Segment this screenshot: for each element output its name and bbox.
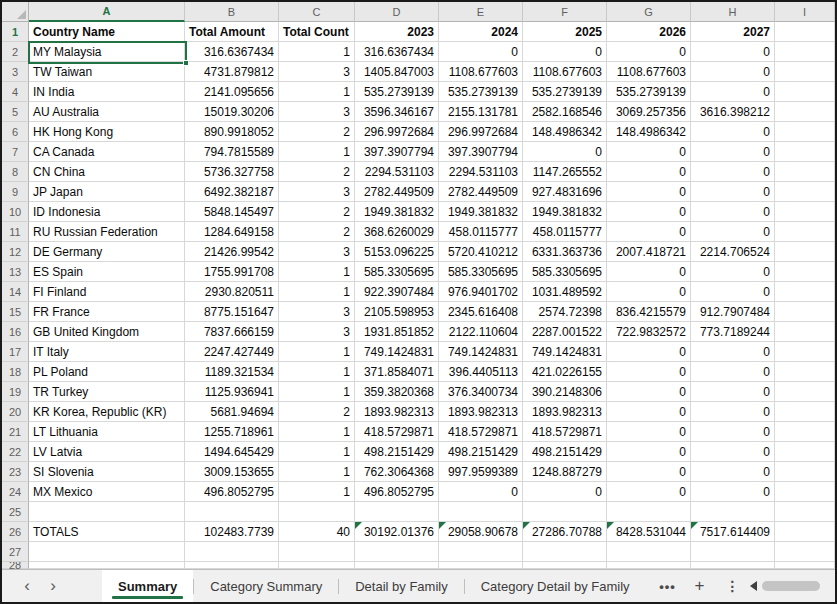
cell-E6[interactable]: 296.9972684 (439, 122, 523, 142)
sheet-nav-right-icon[interactable]: › (40, 571, 66, 601)
cell-D5[interactable]: 3596.346167 (355, 102, 439, 122)
cell-A11[interactable]: RU Russian Federation (29, 222, 185, 242)
cell-G28[interactable] (607, 562, 691, 569)
cell-F1[interactable]: 2025 (523, 22, 607, 42)
cell-H2[interactable]: 0 (691, 42, 775, 62)
cell-E13[interactable]: 585.3305695 (439, 262, 523, 282)
scroll-left-icon[interactable] (750, 581, 757, 591)
cell-A22[interactable]: LV Latvia (29, 442, 185, 462)
cell-D17[interactable]: 749.1424831 (355, 342, 439, 362)
cell-A25[interactable] (29, 502, 185, 522)
cell-F12[interactable]: 6331.363736 (523, 242, 607, 262)
cell-C17[interactable]: 1 (279, 342, 355, 362)
row-header-14[interactable]: 14 (2, 282, 29, 302)
cell-H6[interactable]: 0 (691, 122, 775, 142)
cell-F3[interactable]: 1108.677603 (523, 62, 607, 82)
cell-F24[interactable]: 0 (523, 482, 607, 502)
cell-B7[interactable]: 794.7815589 (185, 142, 279, 162)
row-header-7[interactable]: 7 (2, 142, 29, 162)
cell-E23[interactable]: 997.9599389 (439, 462, 523, 482)
cell-C24[interactable]: 1 (279, 482, 355, 502)
cell-A17[interactable]: IT Italy (29, 342, 185, 362)
column-header-F[interactable]: F (523, 2, 607, 22)
cell-G13[interactable]: 0 (607, 262, 691, 282)
cell-F15[interactable]: 2574.72398 (523, 302, 607, 322)
cell-C1[interactable]: Total Count (279, 22, 355, 42)
cell-H16[interactable]: 773.7189244 (691, 322, 775, 342)
cell-G22[interactable]: 0 (607, 442, 691, 462)
cell-I19[interactable] (775, 382, 835, 402)
cell-C10[interactable]: 2 (279, 202, 355, 222)
cell-H1[interactable]: 2027 (691, 22, 775, 42)
cell-A28[interactable] (29, 562, 185, 569)
row-header-15[interactable]: 15 (2, 302, 29, 322)
row-header-3[interactable]: 3 (2, 62, 29, 82)
cell-F26[interactable]: 27286.70788 (523, 522, 607, 542)
cell-A26[interactable]: TOTALS (29, 522, 185, 542)
column-header-G[interactable]: G (607, 2, 691, 22)
cell-C28[interactable] (279, 562, 355, 569)
cell-C9[interactable]: 3 (279, 182, 355, 202)
cell-I12[interactable] (775, 242, 835, 262)
cell-F18[interactable]: 421.0226155 (523, 362, 607, 382)
cell-H3[interactable]: 0 (691, 62, 775, 82)
cell-E8[interactable]: 2294.531103 (439, 162, 523, 182)
row-header-20[interactable]: 20 (2, 402, 29, 422)
cell-F13[interactable]: 585.3305695 (523, 262, 607, 282)
cell-H21[interactable]: 0 (691, 422, 775, 442)
row-header-2[interactable]: 2 (2, 42, 29, 62)
horizontal-scrollbar-thumb[interactable] (762, 581, 820, 591)
cell-A18[interactable]: PL Poland (29, 362, 185, 382)
row-header-22[interactable]: 22 (2, 442, 29, 462)
cell-G21[interactable]: 0 (607, 422, 691, 442)
cell-H8[interactable]: 0 (691, 162, 775, 182)
cell-H14[interactable]: 0 (691, 282, 775, 302)
cell-I4[interactable] (775, 82, 835, 102)
cell-D27[interactable] (355, 542, 439, 562)
cell-E5[interactable]: 2155.131781 (439, 102, 523, 122)
cell-H7[interactable]: 0 (691, 142, 775, 162)
cell-H17[interactable]: 0 (691, 342, 775, 362)
column-header-I[interactable]: I (775, 2, 835, 22)
row-header-10[interactable]: 10 (2, 202, 29, 222)
row-header-16[interactable]: 16 (2, 322, 29, 342)
cell-F11[interactable]: 458.0115777 (523, 222, 607, 242)
cell-C18[interactable]: 1 (279, 362, 355, 382)
cell-B19[interactable]: 1125.936941 (185, 382, 279, 402)
cell-B8[interactable]: 5736.327758 (185, 162, 279, 182)
cell-B1[interactable]: Total Amount (185, 22, 279, 42)
cell-E1[interactable]: 2024 (439, 22, 523, 42)
cell-G11[interactable]: 0 (607, 222, 691, 242)
cell-H11[interactable]: 0 (691, 222, 775, 242)
cell-H28[interactable] (691, 562, 775, 569)
cell-F21[interactable]: 418.5729871 (523, 422, 607, 442)
row-header-23[interactable]: 23 (2, 462, 29, 482)
column-header-D[interactable]: D (355, 2, 439, 22)
cell-B28[interactable] (185, 562, 279, 569)
cell-B21[interactable]: 1255.718961 (185, 422, 279, 442)
cell-D3[interactable]: 1405.847003 (355, 62, 439, 82)
cell-G7[interactable]: 0 (607, 142, 691, 162)
cell-C23[interactable]: 1 (279, 462, 355, 482)
cell-D28[interactable] (355, 562, 439, 569)
cell-G6[interactable]: 148.4986342 (607, 122, 691, 142)
cell-B27[interactable] (185, 542, 279, 562)
cell-B15[interactable]: 8775.151647 (185, 302, 279, 322)
cell-H18[interactable]: 0 (691, 362, 775, 382)
cell-D26[interactable]: 30192.01376 (355, 522, 439, 542)
cell-F16[interactable]: 2287.001522 (523, 322, 607, 342)
cell-F5[interactable]: 2582.168546 (523, 102, 607, 122)
cell-B9[interactable]: 6492.382187 (185, 182, 279, 202)
cell-E26[interactable]: 29058.90678 (439, 522, 523, 542)
cell-D4[interactable]: 535.2739139 (355, 82, 439, 102)
cell-A4[interactable]: IN India (29, 82, 185, 102)
column-header-C[interactable]: C (279, 2, 355, 22)
row-header-28[interactable]: 28 (2, 562, 29, 569)
cell-I7[interactable] (775, 142, 835, 162)
cell-D21[interactable]: 418.5729871 (355, 422, 439, 442)
cell-F17[interactable]: 749.1424831 (523, 342, 607, 362)
cell-B4[interactable]: 2141.095656 (185, 82, 279, 102)
cell-E20[interactable]: 1893.982313 (439, 402, 523, 422)
cell-I24[interactable] (775, 482, 835, 502)
cell-C16[interactable]: 3 (279, 322, 355, 342)
